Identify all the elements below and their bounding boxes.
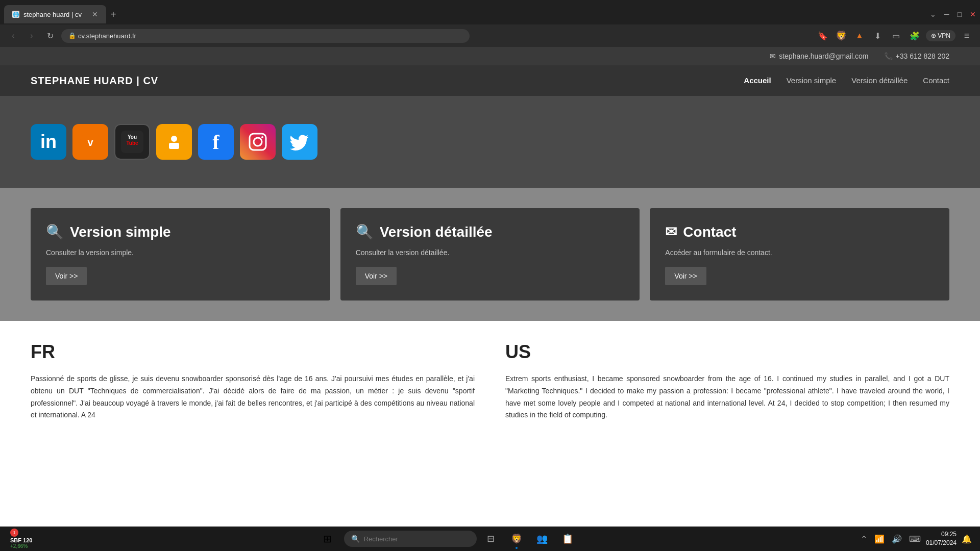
taskbar-time: 09:25 [926, 530, 957, 539]
tab-bar: 🌐 stephane huard | cv ✕ + ⌄ ─ □ ✕ [0, 0, 980, 24]
taskbar-teams-button[interactable]: 👥 [531, 528, 553, 550]
youtube-icon[interactable]: You Tube [114, 124, 150, 160]
sbf-badge: 1 [10, 529, 18, 537]
close-window-button[interactable]: ✕ [966, 10, 980, 18]
svg-text:v: v [87, 137, 93, 148]
nav-contact[interactable]: Contact [923, 76, 949, 85]
volume-icon[interactable]: 🔊 [890, 532, 904, 546]
card-contact-label: Contact [683, 224, 736, 240]
menu-icon[interactable]: ≡ [960, 29, 974, 43]
svg-point-10 [261, 136, 263, 138]
forward-button[interactable]: › [24, 29, 39, 43]
slideshare-icon[interactable] [156, 124, 192, 160]
nav-accueil-link[interactable]: Accueil [744, 76, 771, 85]
card-contact-button[interactable]: Voir >> [665, 267, 706, 285]
nav-version-detaillee[interactable]: Version détaillée [851, 76, 908, 85]
phone-text: +33 612 828 202 [896, 52, 950, 60]
content-us-text: Extrem sports enthusiast, I became spons… [505, 373, 949, 421]
cards-container: 🔍 Version simple Consulter la version si… [31, 208, 949, 300]
card-contact-desc: Accéder au formulaire de contact. [665, 248, 934, 257]
extensions-icon[interactable]: 🧩 [908, 29, 922, 43]
phone-info: 📞 +33 612 828 202 [884, 52, 950, 60]
nav-version-simple[interactable]: Version simple [787, 76, 837, 85]
hero-section: in v You Tube [0, 96, 980, 188]
sidebar-icon[interactable]: ▭ [889, 29, 903, 43]
card-version-detaillee-title: 🔍 Version détaillée [356, 223, 625, 240]
taskbar-search-box[interactable]: 🔍 [344, 531, 477, 547]
address-bar: ‹ › ↻ 🔒 cv.stephanehuard.fr 🔖 🦁 ▲ ⬇ ▭ 🧩 … [0, 24, 980, 47]
taskbar-date: 01/07/2024 [926, 539, 957, 547]
social-icons: in v You Tube [31, 124, 317, 160]
windows-icon: ⊞ [323, 533, 332, 545]
svg-point-9 [254, 138, 262, 146]
task-view-button[interactable]: ⊟ [480, 528, 502, 550]
facebook-icon[interactable]: f [198, 124, 234, 160]
taskbar-teams-icon: 👥 [536, 533, 548, 544]
wifi-icon[interactable]: 📶 [872, 532, 887, 546]
maximize-button[interactable]: □ [953, 10, 966, 18]
content-fr: FR Passionné de sports de glisse, je sui… [31, 341, 475, 421]
nav-links: Accueil Version simple Version détaillée… [744, 76, 949, 85]
bookmark-icon[interactable]: 🔖 [816, 29, 830, 43]
taskbar-clock[interactable]: 09:25 01/07/2024 [926, 530, 957, 547]
twitter-icon[interactable] [282, 124, 317, 160]
instagram-icon[interactable] [240, 124, 276, 160]
taskbar-app1-button[interactable]: 📋 [556, 528, 579, 550]
nav-version-detaillee-link[interactable]: Version détaillée [851, 76, 908, 85]
back-button[interactable]: ‹ [6, 29, 20, 43]
card-version-simple: 🔍 Version simple Consulter la version si… [31, 208, 330, 300]
card-version-simple-label: Version simple [70, 224, 171, 240]
browser-toolbar: 🔖 🦁 ▲ ⬇ ▭ 🧩 ⊕ VPN ≡ [816, 29, 974, 43]
email-info: ✉ stephane.huard@gmail.com [770, 52, 868, 60]
keyboard-icon[interactable]: ⌨ [907, 532, 923, 546]
viadeo-icon[interactable]: v [72, 124, 108, 160]
nav-contact-link[interactable]: Contact [923, 76, 949, 85]
linkedin-icon[interactable]: in [31, 124, 66, 160]
download-icon[interactable]: ⬇ [871, 29, 885, 43]
vpn-button[interactable]: ⊕ VPN [926, 30, 955, 41]
notification-icon[interactable]: 🔔 [960, 532, 974, 546]
svg-text:Tube: Tube [126, 140, 138, 146]
taskbar-search-input[interactable] [364, 535, 456, 543]
chevron-up-icon[interactable]: ⌃ [859, 532, 869, 546]
windows-start-button[interactable]: ⊞ [316, 528, 339, 550]
tab-title: stephane huard | cv [23, 11, 82, 18]
tab-close-button[interactable]: ✕ [92, 10, 98, 18]
taskbar-start: 1 SBF 120 +2,66% [6, 528, 36, 550]
url-text: cv.stephanehuard.fr [78, 32, 136, 40]
site-top-bar: ✉ stephane.huard@gmail.com 📞 +33 612 828… [0, 47, 980, 65]
card-version-detaillee-button[interactable]: Voir >> [356, 267, 397, 285]
svg-rect-7 [169, 143, 179, 149]
taskbar-brave-button[interactable]: 🦁 [505, 528, 528, 550]
sbf-label: SBF 120 [10, 537, 32, 543]
card-version-detaillee-label: Version détaillée [380, 224, 493, 240]
taskbar: 1 SBF 120 +2,66% ⊞ 🔍 ⊟ 🦁 👥 📋 [0, 527, 980, 551]
nav-version-simple-link[interactable]: Version simple [787, 76, 837, 85]
card-version-detaillee-desc: Consulter la version détaillée. [356, 248, 625, 257]
card-version-simple-button[interactable]: Voir >> [46, 267, 87, 285]
sbf-indicator[interactable]: 1 SBF 120 +2,66% [6, 528, 36, 550]
svg-rect-8 [250, 134, 266, 150]
tab-list-button[interactable]: ⌄ [926, 10, 940, 18]
minimize-button[interactable]: ─ [940, 10, 953, 18]
nav-accueil[interactable]: Accueil [744, 76, 771, 85]
url-bar[interactable]: 🔒 cv.stephanehuard.fr [61, 29, 470, 43]
brave-rewards-icon[interactable]: ▲ [852, 29, 867, 43]
brave-shield-icon[interactable]: 🦁 [834, 29, 848, 43]
new-tab-button[interactable]: + [110, 9, 116, 20]
task-view-icon: ⊟ [487, 533, 495, 544]
window-controls: ⌄ ─ □ ✕ [926, 10, 980, 18]
search-icon-1: 🔍 [46, 223, 64, 240]
active-tab[interactable]: 🌐 stephane huard | cv ✕ [4, 5, 106, 23]
website: ✉ stephane.huard@gmail.com 📞 +33 612 828… [0, 47, 980, 442]
content-us: US Extrem sports enthusiast, I became sp… [505, 341, 949, 421]
envelope-icon: ✉ [665, 223, 677, 240]
svg-text:You: You [128, 134, 137, 140]
cards-section: 🔍 Version simple Consulter la version si… [0, 188, 980, 321]
svg-point-6 [171, 136, 177, 142]
content-section: FR Passionné de sports de glisse, je sui… [0, 321, 980, 442]
card-contact: ✉ Contact Accéder au formulaire de conta… [650, 208, 949, 300]
reload-button[interactable]: ↻ [43, 29, 57, 43]
sbf-change: +2,66% [10, 543, 28, 549]
content-fr-text: Passionné de sports de glisse, je suis d… [31, 373, 475, 421]
